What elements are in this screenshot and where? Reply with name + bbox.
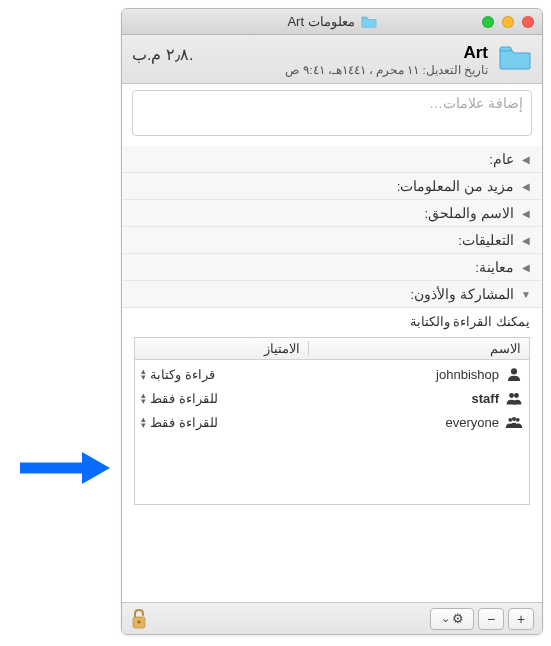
table-row[interactable]: johnbishop قراءة وكتابة ▴▾ <box>135 362 529 386</box>
svg-point-5 <box>508 418 512 422</box>
lock-icon[interactable] <box>130 608 148 630</box>
action-menu[interactable]: ⚙ ⌄ <box>430 608 474 630</box>
chevron-left-icon: ◀ <box>520 154 532 165</box>
tags-input[interactable]: إضافة علامات… <box>132 90 532 136</box>
permissions-table: الاسم الامتياز johnbishop <box>134 337 530 505</box>
user-name: everyone <box>446 415 499 430</box>
section-name-ext[interactable]: ◀ الاسم والملحق: <box>122 200 542 227</box>
person-icon <box>505 367 523 381</box>
section-preview-label: معاينة: <box>475 259 514 275</box>
footer: + − ⚙ ⌄ <box>122 602 542 634</box>
section-more-info[interactable]: ◀ مزيد من المعلومات: <box>122 173 542 200</box>
modified-date: تاريخ التعديل: ١١ محرم ، ١٤٤١هـ، ٩:٤١ ص <box>203 63 488 77</box>
item-name: Art <box>203 43 488 63</box>
table-row[interactable]: staff للقراءة فقط ▴▾ <box>135 386 529 410</box>
user-name: johnbishop <box>436 367 499 382</box>
privilege-value: للقراءة فقط <box>150 415 218 430</box>
folder-icon <box>361 15 377 28</box>
traffic-lights <box>482 16 534 28</box>
close-button[interactable] <box>522 16 534 28</box>
privilege-stepper[interactable]: ▴▾ <box>141 416 146 428</box>
svg-point-4 <box>514 393 519 398</box>
permission-summary: يمكنك القراءة والكتابة <box>134 314 530 329</box>
folder-icon <box>498 43 532 71</box>
section-preview[interactable]: ◀ معاينة: <box>122 254 542 281</box>
privilege-value: للقراءة فقط <box>150 391 218 406</box>
add-button[interactable]: + <box>508 608 534 630</box>
minimize-button[interactable] <box>502 16 514 28</box>
window-title: معلومات Art <box>287 14 354 29</box>
svg-point-7 <box>516 418 520 422</box>
col-name-header[interactable]: الاسم <box>308 341 529 356</box>
section-more-label: مزيد من المعلومات: <box>397 178 514 194</box>
sharing-content: يمكنك القراءة والكتابة الاسم الامتياز <box>122 308 542 515</box>
section-nameext-label: الاسم والملحق: <box>424 205 514 221</box>
info-window: معلومات Art Art تاريخ التعديل: ١١ محرم ،… <box>121 8 543 635</box>
people-icon <box>505 391 523 405</box>
gear-icon: ⚙ <box>452 611 464 626</box>
remove-button[interactable]: − <box>478 608 504 630</box>
section-sharing[interactable]: ▼ المشاركة والأذون: <box>122 281 542 308</box>
section-comments[interactable]: ◀ التعليقات: <box>122 227 542 254</box>
chevron-left-icon: ◀ <box>520 262 532 273</box>
privilege-stepper[interactable]: ▴▾ <box>141 392 146 404</box>
section-general[interactable]: ◀ عام: <box>122 146 542 173</box>
svg-point-6 <box>512 417 516 421</box>
svg-point-2 <box>511 368 517 374</box>
header: Art تاريخ التعديل: ١١ محرم ، ١٤٤١هـ، ٩:٤… <box>122 35 542 84</box>
chevron-left-icon: ◀ <box>520 235 532 246</box>
svg-point-3 <box>509 393 514 398</box>
chevron-down-icon: ▼ <box>520 289 532 300</box>
section-sharing-label: المشاركة والأذون: <box>410 286 514 302</box>
section-general-label: عام: <box>489 151 514 167</box>
chevron-left-icon: ◀ <box>520 208 532 219</box>
table-row[interactable]: everyone للقراءة فقط ▴▾ <box>135 410 529 434</box>
svg-point-9 <box>138 620 141 623</box>
privilege-stepper[interactable]: ▴▾ <box>141 368 146 380</box>
file-size: ٢٫٨ م.ب. <box>132 45 193 64</box>
col-priv-header[interactable]: الامتياز <box>135 341 308 356</box>
user-name: staff <box>472 391 499 406</box>
section-comments-label: التعليقات: <box>458 232 514 248</box>
titlebar: معلومات Art <box>122 9 542 35</box>
svg-marker-1 <box>82 452 110 484</box>
chevron-left-icon: ◀ <box>520 181 532 192</box>
chevron-down-icon: ⌄ <box>441 612 450 625</box>
privilege-value: قراءة وكتابة <box>150 367 215 382</box>
pointer-arrow <box>10 448 110 488</box>
group-icon <box>505 415 523 429</box>
zoom-button[interactable] <box>482 16 494 28</box>
